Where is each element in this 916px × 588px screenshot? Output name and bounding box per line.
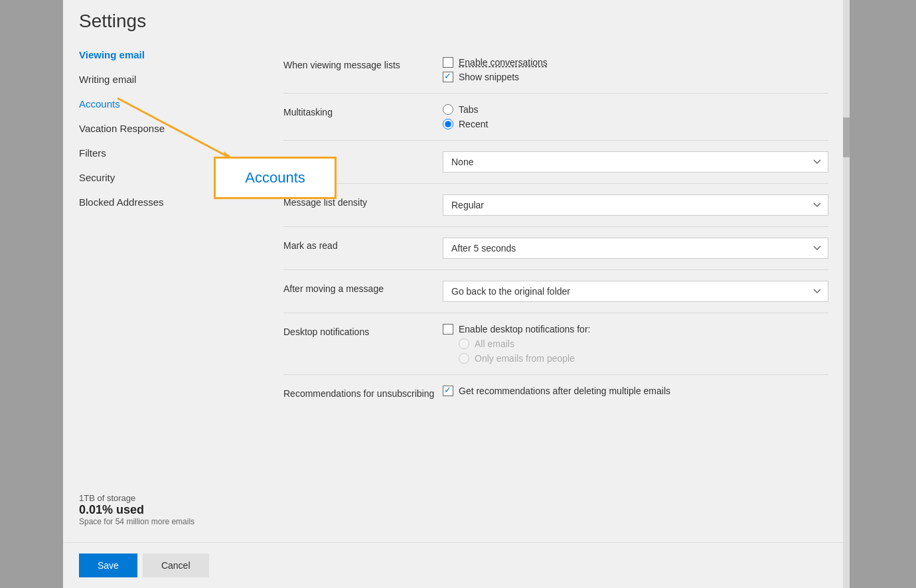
enable-conversations-row[interactable]: Enable conversations [443,57,828,68]
get-recommendations-checkbox[interactable] [443,386,453,396]
show-snippets-label: Show snippets [459,72,519,82]
control-viewing-message-lists: Enable conversations Show snippets [443,57,828,82]
control-recommendations: Get recommendations after deleting multi… [443,386,828,396]
label-mark-as-read: Mark as read [283,238,443,251]
all-emails-radio-row[interactable]: All emails [443,338,828,349]
storage-percent: 0.01% used [79,503,246,517]
sidebar-item-filters[interactable]: Filters [63,141,262,165]
storage-label: 1TB of storage [79,493,246,503]
settings-body: Viewing email Writing email Accounts Vac… [63,37,850,542]
after-moving-message-select[interactable]: Go back to the original folder Stay in c… [443,281,828,302]
control-mark-as-read: After 5 seconds Immediately Never [443,238,828,259]
control-desktop-notifications: Enable desktop notifications for: All em… [443,324,828,364]
show-snippets-row[interactable]: Show snippets [443,72,828,82]
tabs-radio-row[interactable]: Tabs [443,104,828,115]
dialog-footer: Save Cancel [63,542,850,588]
label-after-moving-message: After moving a message [283,281,443,294]
enable-conversations-checkbox[interactable] [443,57,453,68]
recent-label: Recent [459,119,488,129]
only-emails-label: Only emails from people [475,353,575,364]
cancel-button[interactable]: Cancel [143,553,209,577]
get-recommendations-row[interactable]: Get recommendations after deleting multi… [443,386,828,396]
row-reading-pane: None Right Bottom [283,142,828,182]
storage-info: 1TB of storage 0.01% used Space for 54 m… [63,482,262,537]
sidebar-item-security[interactable]: Security [63,165,262,190]
sidebar-item-blocked-addresses[interactable]: Blocked Addresses [63,190,262,214]
label-recommendations: Recommendations for unsubscribing [283,386,443,399]
recent-radio[interactable] [443,119,453,129]
row-viewing-message-lists: When viewing message lists Enable conver… [283,48,828,92]
control-multitasking: Tabs Recent [443,104,828,129]
only-emails-radio-row[interactable]: Only emails from people [443,353,828,364]
mark-as-read-select[interactable]: After 5 seconds Immediately Never [443,238,828,259]
settings-dialog: Settings Viewing email Writing email Acc… [63,0,850,588]
sidebar-item-accounts[interactable]: Accounts [63,92,262,116]
save-button[interactable]: Save [79,553,137,577]
show-snippets-checkbox[interactable] [443,72,453,82]
recent-radio-row[interactable]: Recent [443,119,828,129]
label-multitasking: Multitasking [283,104,443,117]
storage-space: Space for 54 million more emails [79,517,246,526]
sidebar-item-writing-email[interactable]: Writing email [63,67,262,92]
row-after-moving-message: After moving a message Go back to the or… [283,271,828,311]
all-emails-label: All emails [475,338,514,349]
row-message-list-density: Message list density Regular Compact Spa… [283,185,828,225]
reading-pane-select[interactable]: None Right Bottom [443,151,828,173]
label-viewing-message-lists: When viewing message lists [283,57,443,70]
enable-desktop-notif-checkbox[interactable] [443,324,453,334]
only-emails-radio[interactable] [459,353,469,364]
settings-main-content: When viewing message lists Enable conver… [262,37,850,542]
control-message-list-density: Regular Compact Spacious [443,194,828,216]
scrollbar-track[interactable] [843,37,850,542]
enable-desktop-notif-label: Enable desktop notifications for: [459,324,590,334]
tabs-radio[interactable] [443,104,453,115]
tabs-label: Tabs [459,104,479,115]
all-emails-radio[interactable] [459,338,469,349]
settings-title: Settings [63,0,850,37]
get-recommendations-label: Get recommendations after deleting multi… [459,386,670,396]
row-recommendations: Recommendations for unsubscribing Get re… [283,376,828,408]
row-multitasking: Multitasking Tabs Recent [283,95,828,139]
label-reading-pane [283,151,443,154]
message-list-density-select[interactable]: Regular Compact Spacious [443,194,828,216]
enable-conversations-label: Enable conversations [459,57,548,68]
row-mark-as-read: Mark as read After 5 seconds Immediately… [283,228,828,268]
label-message-list-density: Message list density [283,194,443,208]
sidebar-item-vacation-response[interactable]: Vacation Response [63,116,262,141]
control-reading-pane: None Right Bottom [443,151,828,173]
sidebar-item-viewing-email[interactable]: Viewing email [63,42,262,67]
label-desktop-notifications: Desktop notifications [283,324,443,337]
control-after-moving-message: Go back to the original folder Stay in c… [443,281,828,302]
enable-desktop-notif-row[interactable]: Enable desktop notifications for: [443,324,828,334]
settings-sidebar: Viewing email Writing email Accounts Vac… [63,37,262,542]
row-desktop-notifications: Desktop notifications Enable desktop not… [283,315,828,373]
scrollbar-thumb[interactable] [843,117,850,157]
